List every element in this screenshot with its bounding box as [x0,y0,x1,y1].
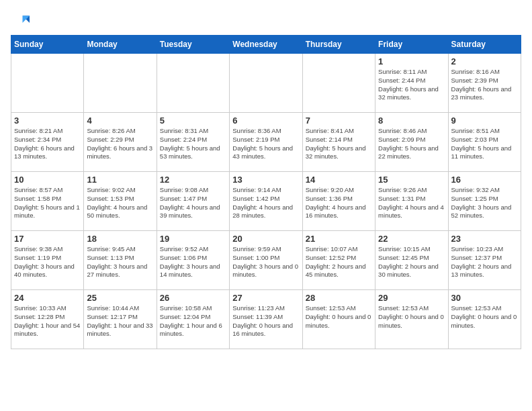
calendar-body: 1Sunrise: 8:11 AM Sunset: 2:44 PM Daylig… [11,54,521,349]
calendar-cell: 26Sunrise: 10:58 AM Sunset: 12:04 PM Day… [157,290,229,349]
calendar-cell: 17Sunrise: 9:38 AM Sunset: 1:19 PM Dayli… [11,231,84,290]
day-number: 13 [232,175,299,185]
day-number: 22 [378,234,445,244]
week-row-0: 1Sunrise: 8:11 AM Sunset: 2:44 PM Daylig… [11,54,521,113]
day-number: 27 [232,293,299,303]
calendar-cell: 20Sunrise: 9:59 AM Sunset: 1:00 PM Dayli… [230,231,302,290]
day-info: Sunrise: 8:57 AM Sunset: 1:58 PM Dayligh… [14,186,81,220]
day-number: 28 [306,293,372,303]
day-info: Sunrise: 8:51 AM Sunset: 2:03 PM Dayligh… [451,127,518,161]
calendar-cell: 1Sunrise: 8:11 AM Sunset: 2:44 PM Daylig… [375,54,448,113]
day-number: 20 [232,234,299,244]
week-row-2: 10Sunrise: 8:57 AM Sunset: 1:58 PM Dayli… [11,172,521,231]
header [11,11,521,32]
calendar-cell: 12Sunrise: 9:08 AM Sunset: 1:47 PM Dayli… [157,172,229,231]
calendar-cell: 28Sunset: 12:53 AM Daylight: 0 hours and… [302,290,375,349]
day-info: Sunrise: 9:38 AM Sunset: 1:19 PM Dayligh… [14,245,81,279]
day-info: Sunrise: 9:14 AM Sunset: 1:42 PM Dayligh… [232,186,299,220]
day-number: 2 [451,56,518,66]
week-row-1: 3Sunrise: 8:21 AM Sunset: 2:34 PM Daylig… [11,113,521,172]
calendar-cell: 30Sunset: 12:53 AM Daylight: 0 hours and… [448,290,521,349]
day-info: Sunrise: 8:31 AM Sunset: 2:24 PM Dayligh… [160,127,226,161]
calendar-cell [11,54,84,113]
day-info: Sunrise: 9:59 AM Sunset: 1:00 PM Dayligh… [232,245,299,279]
day-number: 19 [160,234,226,244]
logo [11,13,31,32]
day-info: Sunrise: 9:32 AM Sunset: 1:25 PM Dayligh… [451,186,518,220]
calendar-cell: 8Sunrise: 8:46 AM Sunset: 2:09 PM Daylig… [375,113,448,172]
weekday-header-saturday: Saturday [448,36,521,54]
day-number: 12 [160,175,226,185]
weekday-header-thursday: Thursday [302,36,375,54]
calendar-cell [157,54,229,113]
day-number: 1 [378,56,445,66]
day-number: 14 [306,175,372,185]
calendar-cell: 22Sunrise: 10:15 AM Sunset: 12:45 PM Day… [375,231,448,290]
day-number: 7 [306,116,372,126]
day-info: Sunrise: 8:36 AM Sunset: 2:19 PM Dayligh… [232,127,299,161]
day-number: 6 [232,116,299,126]
day-number: 25 [87,293,153,303]
calendar-cell: 3Sunrise: 8:21 AM Sunset: 2:34 PM Daylig… [11,113,84,172]
calendar-cell: 9Sunrise: 8:51 AM Sunset: 2:03 PM Daylig… [448,113,521,172]
day-number: 10 [14,175,81,185]
calendar-cell: 14Sunrise: 9:20 AM Sunset: 1:36 PM Dayli… [302,172,375,231]
day-number: 3 [14,116,81,126]
weekday-header-friday: Friday [375,36,448,54]
day-number: 29 [378,293,445,303]
day-number: 8 [378,116,445,126]
week-row-3: 17Sunrise: 9:38 AM Sunset: 1:19 PM Dayli… [11,231,521,290]
calendar-cell [230,54,302,113]
day-info: Sunrise: 10:44 AM Sunset: 12:17 PM Dayli… [87,304,153,338]
day-info: Sunrise: 8:41 AM Sunset: 2:14 PM Dayligh… [306,127,372,161]
calendar-cell: 6Sunrise: 8:36 AM Sunset: 2:19 PM Daylig… [230,113,302,172]
day-info: Sunrise: 11:23 AM Sunset: 11:39 AM Dayli… [232,304,299,338]
day-number: 11 [87,175,153,185]
calendar-cell: 18Sunrise: 9:45 AM Sunset: 1:13 PM Dayli… [84,231,157,290]
calendar-cell: 25Sunrise: 10:44 AM Sunset: 12:17 PM Day… [84,290,157,349]
day-number: 26 [160,293,226,303]
calendar-cell: 10Sunrise: 8:57 AM Sunset: 1:58 PM Dayli… [11,172,84,231]
calendar-cell [84,54,157,113]
day-info: Sunrise: 10:15 AM Sunset: 12:45 PM Dayli… [378,245,445,279]
weekday-header-tuesday: Tuesday [157,36,229,54]
day-number: 4 [87,116,153,126]
weekday-header-sunday: Sunday [11,36,84,54]
day-info: Sunrise: 8:16 AM Sunset: 2:39 PM Dayligh… [451,68,518,102]
logo-icon [11,13,30,32]
calendar-cell: 29Sunset: 12:53 AM Daylight: 0 hours and… [375,290,448,349]
day-number: 15 [378,175,445,185]
day-number: 9 [451,116,518,126]
day-number: 30 [451,293,518,303]
calendar-cell [302,54,375,113]
day-number: 17 [14,234,81,244]
day-info: Sunrise: 10:23 AM Sunset: 12:37 PM Dayli… [451,245,518,279]
calendar-cell: 11Sunrise: 9:02 AM Sunset: 1:53 PM Dayli… [84,172,157,231]
week-row-4: 24Sunrise: 10:33 AM Sunset: 12:28 PM Day… [11,290,521,349]
day-info: Sunrise: 10:33 AM Sunset: 12:28 PM Dayli… [14,304,81,338]
day-info: Sunrise: 8:46 AM Sunset: 2:09 PM Dayligh… [378,127,445,161]
day-number: 21 [306,234,372,244]
calendar-cell: 21Sunrise: 10:07 AM Sunset: 12:52 PM Day… [302,231,375,290]
calendar-cell: 15Sunrise: 9:26 AM Sunset: 1:31 PM Dayli… [375,172,448,231]
day-info: Sunrise: 9:02 AM Sunset: 1:53 PM Dayligh… [87,186,153,220]
day-info: Sunrise: 9:52 AM Sunset: 1:06 PM Dayligh… [160,245,226,279]
day-info: Sunrise: 9:20 AM Sunset: 1:36 PM Dayligh… [306,186,372,220]
day-info: Sunrise: 8:21 AM Sunset: 2:34 PM Dayligh… [14,127,81,161]
weekday-header-wednesday: Wednesday [230,36,302,54]
day-number: 24 [14,293,81,303]
calendar-header: SundayMondayTuesdayWednesdayThursdayFrid… [11,36,521,54]
day-info: Sunrise: 9:45 AM Sunset: 1:13 PM Dayligh… [87,245,153,279]
day-info: Sunset: 12:53 AM Daylight: 0 hours and 0… [378,304,445,330]
calendar-cell: 16Sunrise: 9:32 AM Sunset: 1:25 PM Dayli… [448,172,521,231]
day-info: Sunrise: 10:07 AM Sunset: 12:52 PM Dayli… [306,245,372,279]
calendar-cell: 24Sunrise: 10:33 AM Sunset: 12:28 PM Day… [11,290,84,349]
day-info: Sunrise: 8:11 AM Sunset: 2:44 PM Dayligh… [378,68,445,102]
day-number: 16 [451,175,518,185]
calendar-cell: 19Sunrise: 9:52 AM Sunset: 1:06 PM Dayli… [157,231,229,290]
day-info: Sunrise: 9:26 AM Sunset: 1:31 PM Dayligh… [378,186,445,220]
calendar-cell: 5Sunrise: 8:31 AM Sunset: 2:24 PM Daylig… [157,113,229,172]
calendar-table: SundayMondayTuesdayWednesdayThursdayFrid… [11,35,521,349]
day-number: 5 [160,116,226,126]
day-info: Sunrise: 10:58 AM Sunset: 12:04 PM Dayli… [160,304,226,338]
